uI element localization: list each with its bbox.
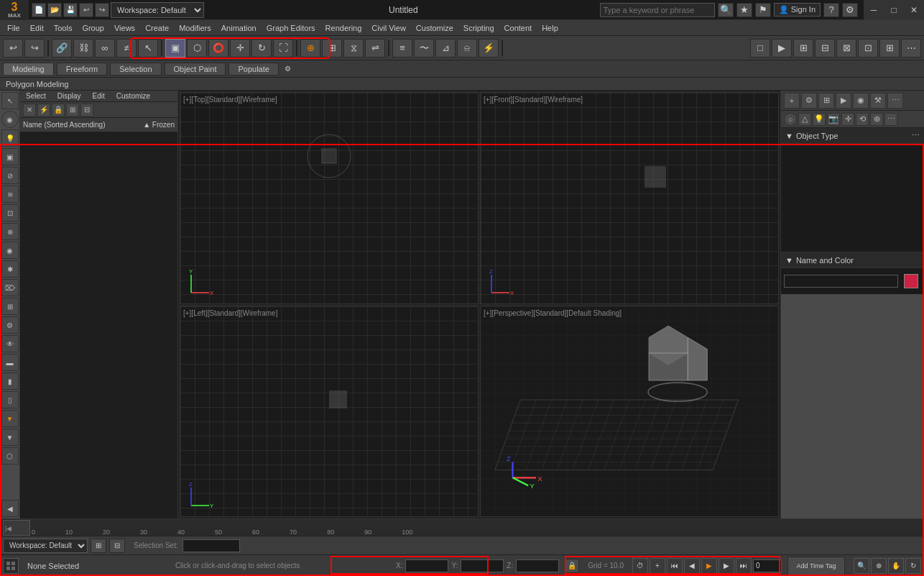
add-time-tag-btn[interactable]: Add Time Tag xyxy=(787,557,845,575)
viewport-top[interactable]: [+][Top][Standard][Wireframe] X Y xyxy=(180,92,479,304)
minimize-button[interactable]: ─ xyxy=(864,0,884,20)
menu-customize[interactable]: Customize xyxy=(412,23,458,33)
open-btn[interactable]: 📂 xyxy=(47,3,62,17)
scene-close-btn[interactable]: ✕ xyxy=(23,104,36,116)
extra-btn3[interactable]: ⚡ xyxy=(479,39,499,58)
strip-btn-5[interactable]: ⊘ xyxy=(1,167,19,184)
unlink-btn[interactable]: ⛓ xyxy=(73,39,93,58)
scale-btn[interactable]: ⛶ xyxy=(273,39,293,58)
menu-animation[interactable]: Animation xyxy=(217,23,261,33)
strip-btn-11[interactable]: ⌦ xyxy=(1,279,19,296)
rt-utilities-btn[interactable]: ⚒ xyxy=(870,93,886,109)
rt2-geometry-btn[interactable]: ○ xyxy=(784,113,797,126)
view-btn5[interactable]: ⋯ xyxy=(901,39,921,58)
search-nav-btn[interactable]: 🔍 xyxy=(854,558,869,574)
menu-rendering[interactable]: Rendering xyxy=(321,23,366,33)
menu-scripting[interactable]: Scripting xyxy=(459,23,499,33)
curve-btn[interactable]: 〜 xyxy=(414,39,434,58)
viewport-perspective[interactable]: [+][Perspective][Standard][Default Shadi… xyxy=(480,306,779,518)
menu-help[interactable]: Help xyxy=(537,23,563,33)
play-btn[interactable]: ▶ xyxy=(701,558,717,574)
flag-btn[interactable]: ⚑ xyxy=(755,3,771,17)
menu-content[interactable]: Content xyxy=(500,23,537,33)
scene-tab-edit[interactable]: Edit xyxy=(87,91,111,101)
name-color-header[interactable]: ▼ Name and Color xyxy=(781,252,924,268)
search-btn[interactable]: 🔍 xyxy=(718,3,734,17)
view-btn1[interactable]: ⊟ xyxy=(815,39,835,58)
rt-create-btn[interactable]: + xyxy=(784,93,800,109)
strip-btn-collapse[interactable]: ◀ xyxy=(1,500,19,517)
mirror-btn[interactable]: ⇌ xyxy=(365,39,385,58)
menu-modifiers[interactable]: Modifiers xyxy=(175,23,216,33)
menu-views[interactable]: Views xyxy=(110,23,139,33)
viewport-left[interactable]: [+][Left][Standard][Wireframe] Y Z xyxy=(180,306,479,518)
snap-btn2[interactable]: ⊞ xyxy=(322,39,342,58)
close-button[interactable]: ✕ xyxy=(904,0,924,20)
move-btn[interactable]: ✛ xyxy=(230,39,250,58)
workspace-bar-select[interactable]: Workspace: Default xyxy=(3,539,88,553)
strip-btn-16[interactable]: ▯ xyxy=(1,391,19,408)
strip-btn-6[interactable]: ≋ xyxy=(1,186,19,203)
search-input[interactable] xyxy=(600,3,715,17)
snap-toggle-btn[interactable]: ⊕ xyxy=(300,39,320,58)
rt-extra-btn[interactable]: ⋯ xyxy=(887,93,903,109)
menu-group[interactable]: Group xyxy=(78,23,108,33)
ws-scene-btn[interactable]: ⊟ xyxy=(109,539,125,553)
y-input[interactable] xyxy=(461,559,504,572)
time-config-btn[interactable]: ⏱ xyxy=(632,558,648,574)
workspace-select[interactable]: Workspace: Default xyxy=(111,2,204,18)
layer-btn[interactable]: ≡ xyxy=(392,39,412,58)
add-key-btn[interactable]: + xyxy=(650,558,665,574)
color-swatch[interactable] xyxy=(904,274,918,288)
strip-btn-17[interactable]: ▼ xyxy=(1,410,19,427)
ws-layer-btn[interactable]: ⊞ xyxy=(91,539,106,553)
scene-tab-select[interactable]: Select xyxy=(20,91,52,101)
strip-btn-15[interactable]: ▮ xyxy=(1,372,19,390)
select-lasso-btn[interactable]: ⬡ xyxy=(187,39,207,58)
scene-filter-btn[interactable]: ⚡ xyxy=(37,104,50,116)
rt2-spacewarp-btn[interactable]: ⟲ xyxy=(856,113,869,126)
rotate-btn[interactable]: ↻ xyxy=(251,39,272,58)
strip-btn-7[interactable]: ⊡ xyxy=(1,204,19,221)
unbind-btn[interactable]: ≠ xyxy=(116,39,137,58)
new-btn[interactable]: 📄 xyxy=(32,3,46,17)
link-btn[interactable]: 🔗 xyxy=(52,39,72,58)
strip-btn-3[interactable]: 💡 xyxy=(1,129,19,147)
redo-toolbar-btn[interactable]: ↪ xyxy=(24,39,45,58)
select-region-btn[interactable]: ▣ xyxy=(165,39,185,58)
frame-input[interactable] xyxy=(753,559,782,572)
play-frame-prev-btn[interactable]: ◀ xyxy=(684,558,700,574)
menu-civil-view[interactable]: Civil View xyxy=(367,23,410,33)
scene-expand-btn[interactable]: ⊞ xyxy=(66,104,79,116)
play-frame-next-btn[interactable]: ▶ xyxy=(719,558,734,574)
tab-object-paint[interactable]: Object Paint xyxy=(165,63,226,76)
scene-tab-customize[interactable]: Customize xyxy=(111,91,156,101)
extra-btn2[interactable]: ⍾ xyxy=(457,39,477,58)
object-type-header[interactable]: ▼ Object Type ⋯ xyxy=(781,128,924,144)
redo-btn[interactable]: ↪ xyxy=(95,3,109,17)
render-setup-btn[interactable]: □ xyxy=(750,39,770,58)
tabs-close[interactable]: ⚙ xyxy=(282,65,294,73)
strip-btn-13[interactable]: ⚙ xyxy=(1,316,19,334)
align-btn[interactable]: ⧖ xyxy=(343,39,364,58)
strip-btn-19[interactable]: ⬡ xyxy=(1,447,19,465)
tab-freeform[interactable]: Freeform xyxy=(57,63,108,76)
play-prev-btn[interactable]: ⏮ xyxy=(667,558,683,574)
timeline-start[interactable]: |◀ xyxy=(3,520,30,536)
rt2-camera-btn[interactable]: 📷 xyxy=(827,113,840,126)
rt2-light-btn[interactable]: 💡 xyxy=(813,113,826,126)
coord-lock-btn[interactable]: 🔒 xyxy=(565,559,579,573)
object-name-input[interactable] xyxy=(784,275,898,288)
menu-file[interactable]: File xyxy=(3,23,24,33)
mini-viewport-btn[interactable] xyxy=(3,558,19,574)
maximize-button[interactable]: □ xyxy=(884,0,904,20)
rt-hierarchy-btn[interactable]: ⊞ xyxy=(818,93,834,109)
bind-btn[interactable]: ∞ xyxy=(95,39,115,58)
tab-selection[interactable]: Selection xyxy=(110,63,161,76)
select-paint-btn[interactable]: ⭕ xyxy=(208,39,228,58)
bookmark-btn[interactable]: ★ xyxy=(736,3,752,17)
rt2-helper-btn[interactable]: ✛ xyxy=(841,113,854,126)
menu-create[interactable]: Create xyxy=(141,23,173,33)
scene-tab-display[interactable]: Display xyxy=(52,91,87,101)
play-next-btn[interactable]: ⏭ xyxy=(736,558,752,574)
